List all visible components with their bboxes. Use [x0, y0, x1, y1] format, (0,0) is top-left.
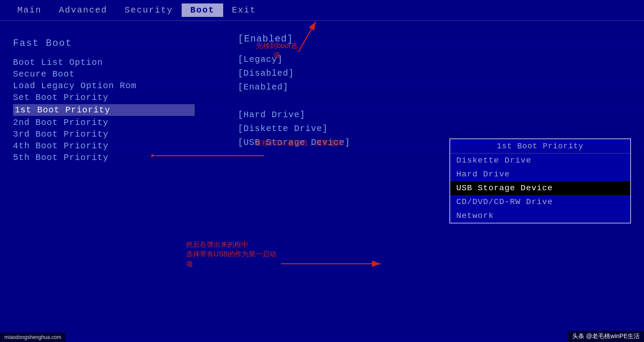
set-boot-priority-label: Set Boot Priority: [13, 93, 195, 102]
popup-item-diskette[interactable]: Diskette Drive: [450, 153, 630, 167]
fast-boot-value-row: [Enabled]: [238, 34, 631, 46]
popup-item-network[interactable]: Network: [450, 209, 630, 223]
popup-item-cdrom[interactable]: CD/DVD/CD-RW Drive: [450, 195, 630, 209]
boot-list-option-value-row: [Legacy]: [238, 54, 631, 67]
menu-boot[interactable]: Boot: [182, 3, 223, 17]
3rd-boot-priority-row[interactable]: 3rd Boot Priority: [13, 129, 229, 139]
fast-boot-label: Fast Boot: [13, 38, 72, 49]
secure-boot-value: [Disabled]: [238, 68, 294, 78]
2nd-boot-priority-label: 2nd Boot Priority: [13, 118, 195, 128]
bios-screen: Main Advanced Security Boot Exit Fast Bo…: [0, 0, 644, 342]
menu-bar: Main Advanced Security Boot Exit: [0, 0, 644, 21]
4th-boot-priority-label: 4th Boot Priority: [13, 141, 195, 151]
popup-item-hard-drive[interactable]: Hard Drive: [450, 167, 630, 181]
boot-list-option-value: [Legacy]: [238, 54, 283, 64]
2nd-boot-value: [Diskette Drive]: [238, 124, 328, 134]
2nd-boot-priority-row[interactable]: 2nd Boot Priority: [13, 118, 229, 128]
watermark-left: miaodongshenghua.com: [0, 332, 65, 342]
annotation3-text: 然后在弹出来的框中选择带有USB的作为第一启动项: [186, 240, 277, 269]
secure-boot-label: Secure Boot: [13, 69, 195, 79]
popup-title: 1st Boot Priority: [450, 139, 630, 153]
boot-list-option-label: Boot List Option: [13, 58, 195, 67]
load-legacy-value-row: [Enabled]: [238, 82, 631, 94]
popup-item-usb[interactable]: USB Storage Device: [450, 181, 630, 195]
2nd-boot-value-row: [Diskette Drive]: [238, 124, 631, 136]
5th-boot-priority-label: 5th Boot Priority: [13, 153, 195, 163]
fast-boot-row: Fast Boot: [13, 38, 229, 49]
arrow3-svg: [277, 246, 389, 281]
fast-boot-value: [Enabled]: [238, 34, 293, 45]
3rd-boot-value: [USB Storage Device]: [238, 137, 350, 147]
1st-boot-priority-row[interactable]: 1st Boot Priority: [13, 104, 229, 116]
5th-boot-priority-row[interactable]: 5th Boot Priority: [13, 153, 229, 163]
secure-boot-row[interactable]: Secure Boot: [13, 69, 229, 79]
set-boot-priority-value-row: [238, 96, 631, 108]
set-boot-priority-row[interactable]: Set Boot Priority: [13, 93, 229, 102]
3rd-boot-priority-label: 3rd Boot Priority: [13, 129, 195, 139]
popup-dialog: 1st Boot Priority Diskette Drive Hard Dr…: [449, 138, 631, 224]
menu-advanced[interactable]: Advanced: [50, 3, 116, 17]
1st-boot-value: [Hard Drive]: [238, 110, 305, 120]
secure-boot-value-row: [Disabled]: [238, 68, 631, 80]
1st-boot-value-row: [Hard Drive]: [238, 110, 631, 122]
load-legacy-value: [Enabled]: [238, 82, 288, 92]
boot-list-option-row[interactable]: Boot List Option: [13, 58, 229, 67]
settings-list: Fast Boot Boot List Option Secure Boot L…: [13, 29, 229, 164]
1st-boot-priority-label: 1st Boot Priority: [13, 104, 195, 116]
menu-exit[interactable]: Exit: [223, 3, 265, 17]
load-legacy-label: Load Legacy Option Rom: [13, 81, 195, 91]
watermark-right: 头条 @老毛桃winPE生活: [568, 331, 644, 342]
load-legacy-row[interactable]: Load Legacy Option Rom: [13, 81, 229, 91]
4th-boot-priority-row[interactable]: 4th Boot Priority: [13, 141, 229, 151]
menu-security[interactable]: Security: [116, 3, 182, 17]
menu-main[interactable]: Main: [9, 3, 50, 17]
